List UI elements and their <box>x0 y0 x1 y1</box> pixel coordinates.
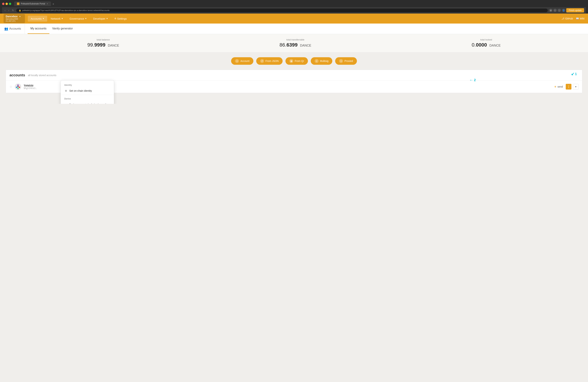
tab-bar: Polkadot/Substrate Portal ✕ + <box>14 1 56 6</box>
accounts-subtitle: all locally stored accounts <box>28 74 57 77</box>
reload-button[interactable]: ↻ <box>11 9 15 12</box>
finish-update-button[interactable]: Finish update <box>566 8 584 12</box>
svg-point-3 <box>19 87 20 88</box>
set-on-chain-label: Set on-chain identity <box>69 89 92 92</box>
total-transferrable-number: 86.6399 <box>280 42 297 48</box>
network-selector[interactable]: Dancebox ▼ dancebox/500 #1,497,371 <box>3 14 25 23</box>
tab-my-accounts[interactable]: My accounts <box>28 24 49 34</box>
total-balance-unit: DANCE <box>108 44 119 47</box>
account-actions: ✈ send ⋮ ▾ <box>553 84 579 90</box>
set-on-chain-identity-item[interactable]: ⊕ Set on-chain identity <box>61 87 114 94</box>
sub-nav-section: 👥 Accounts <box>4 23 25 34</box>
derive-account-item[interactable]: ↙ Derive account via derivation path <box>61 101 114 104</box>
nav-accounts[interactable]: Accounts ▼ <box>28 16 47 22</box>
nav-accounts-label: Accounts <box>31 17 42 20</box>
account-avatar <box>15 84 21 90</box>
tab-close-button[interactable]: ✕ <box>46 3 48 5</box>
wiki-icon: 📖 <box>576 17 579 20</box>
annotation-1: ↙ 1 <box>571 72 577 76</box>
wiki-link[interactable]: 📖 Wiki <box>576 17 585 20</box>
back-button[interactable]: ‹ <box>4 9 6 12</box>
send-button[interactable]: ✈ send <box>553 84 564 89</box>
total-balance-stat: total balance 99.9999 DANCE <box>87 38 119 48</box>
proxied-icon: + <box>339 59 343 63</box>
total-locked-number: 0.0000 <box>472 42 487 48</box>
annotation-2: ← 2 <box>469 78 476 82</box>
add-account-label: Account <box>240 60 250 62</box>
wiki-label: Wiki <box>580 17 585 20</box>
active-tab[interactable]: Polkadot/Substrate Portal ✕ <box>14 1 51 6</box>
new-tab-button[interactable]: + <box>51 2 56 6</box>
network-dropdown-icon: ▼ <box>19 16 21 18</box>
nav-network-label: Network <box>51 17 61 20</box>
derive-section-label: Derive <box>61 96 114 101</box>
nav-developer[interactable]: Developer ▼ <box>90 16 111 22</box>
forward-button[interactable]: › <box>8 9 10 12</box>
total-locked-unit: DANCE <box>489 44 501 47</box>
svg-point-1 <box>17 85 19 86</box>
expand-button[interactable]: ▾ <box>573 84 579 90</box>
from-qr-icon: ▦ <box>289 59 293 63</box>
tab-title: Polkadot/Substrate Portal <box>21 2 45 5</box>
total-transferrable-unit: DANCE <box>300 44 311 47</box>
tab-vanity-generator[interactable]: Vanity generator <box>49 24 76 34</box>
accounts-title: accounts <box>9 73 25 77</box>
nav-network[interactable]: Network ▼ <box>48 16 66 22</box>
close-window-button[interactable] <box>2 3 4 5</box>
nav-settings-label: Settings <box>117 17 127 20</box>
total-transferrable-stat: total transferrable 86.6399 DANCE <box>280 38 311 48</box>
browser-actions: ⊕ ☆ ↓ 👤 Finish update <box>549 8 584 12</box>
proxied-button[interactable]: + Proxied <box>335 57 357 65</box>
dropdown-menu: Identity ⊕ Set on-chain identity Derive … <box>61 80 114 104</box>
from-qr-label: From Qr <box>295 60 304 62</box>
from-json-label: From JSON <box>266 60 279 62</box>
address-bar[interactable]: 🔒 polkadot.js.org/apps/?rpc=wss%3A%2F%2F… <box>16 9 548 12</box>
from-qr-button[interactable]: ▦ From Qr <box>285 57 308 65</box>
action-buttons: + Account ↺ From JSON ▦ From Qr + Multis… <box>0 52 588 70</box>
total-locked-label: total locked <box>472 38 501 41</box>
derive-icon: ↙ <box>64 103 67 104</box>
stats-bar: total balance 99.9999 DANCE total transf… <box>0 34 588 52</box>
add-account-icon: + <box>235 59 239 63</box>
total-transferrable-value: 86.6399 DANCE <box>280 42 311 48</box>
download-icon[interactable]: ↓ <box>558 9 561 12</box>
profile-icon[interactable]: 👤 <box>562 9 565 12</box>
total-balance-number: 99.9999 <box>87 42 105 48</box>
derive-account-label: Derive account via derivation path <box>69 103 107 104</box>
accounts-chevron-icon: ▼ <box>42 18 44 20</box>
total-transferrable-label: total transferrable <box>280 38 311 41</box>
github-label: GitHub <box>565 17 573 20</box>
multisig-button[interactable]: + Multisig <box>311 57 332 65</box>
accounts-table-header: accounts all locally stored accounts <box>6 70 582 81</box>
network-name: Dancebox <box>6 15 18 18</box>
total-locked-value: 0.0000 DANCE <box>472 42 501 48</box>
traffic-lights <box>2 3 11 5</box>
nav-settings[interactable]: ⚙ Settings <box>111 16 129 22</box>
accounts-section-icon: 👥 <box>4 27 8 31</box>
more-options-button[interactable]: ⋮ <box>566 84 571 90</box>
extensions-icon[interactable]: ⊕ <box>549 9 552 12</box>
minimize-window-button[interactable] <box>5 3 8 5</box>
send-icon: ✈ <box>554 85 556 89</box>
star-button[interactable]: ☆ <box>9 85 12 89</box>
identity-icon: ⊕ <box>64 89 67 92</box>
sub-nav: 👥 Accounts My accounts Vanity generator <box>0 23 588 34</box>
annotation-1-label: 1 <box>575 72 577 76</box>
maximize-window-button[interactable] <box>9 3 11 5</box>
identity-section-label: Identity <box>61 82 114 87</box>
header-right: ⎇ GitHub 📖 Wiki <box>562 17 585 20</box>
github-icon: ⎇ <box>562 17 564 20</box>
browser-nav-bar: ‹ › ↻ 🔒 polkadot.js.org/apps/?rpc=wss%3A… <box>2 7 586 14</box>
bookmark-icon[interactable]: ☆ <box>553 9 557 12</box>
app-header: Dancebox ▼ dancebox/500 #1,497,371 Accou… <box>0 14 588 23</box>
total-locked-stat: total locked 0.0000 DANCE <box>472 38 501 48</box>
nav-governance[interactable]: Governance ▼ <box>67 16 90 22</box>
svg-point-4 <box>18 88 19 89</box>
add-account-button[interactable]: + Account <box>231 57 253 65</box>
accounts-area: accounts all locally stored accounts ☆ T… <box>0 70 588 104</box>
svg-point-2 <box>16 87 17 88</box>
lock-icon: 🔒 <box>19 9 21 12</box>
github-link[interactable]: ⎇ GitHub <box>562 17 573 20</box>
developer-chevron-icon: ▼ <box>106 18 108 20</box>
from-json-button[interactable]: ↺ From JSON <box>256 57 283 65</box>
